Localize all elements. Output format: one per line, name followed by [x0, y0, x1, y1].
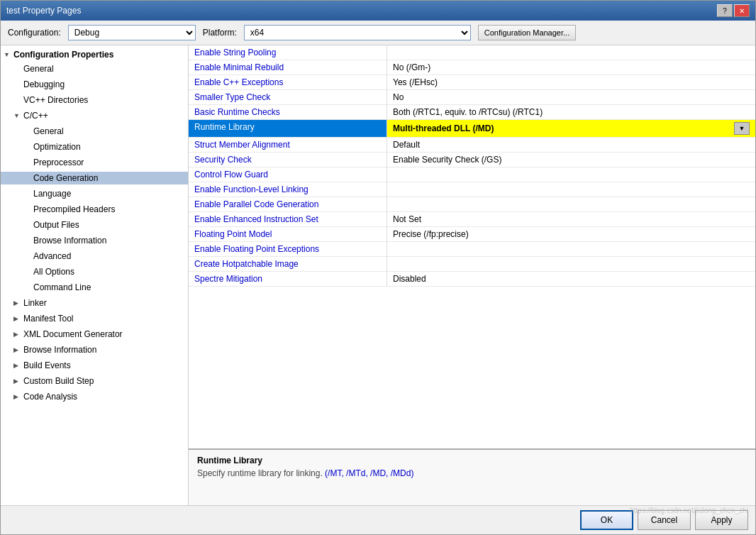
table-row[interactable]: Enable Parallel Code Generation [189, 197, 755, 212]
prop-dropdown-button[interactable]: ▼ [734, 122, 750, 135]
description-title: Runtime Library [197, 456, 747, 465]
description-highlight: (/MT, /MTd, /MD, /MDd) [325, 468, 413, 478]
prop-name: Create Hotpatchable Image [189, 257, 387, 271]
table-row[interactable]: Basic Runtime ChecksBoth (/RTC1, equiv. … [189, 105, 755, 120]
prop-value [387, 257, 755, 271]
browse-info-label: Browse Information [33, 236, 106, 246]
sidebar-item-precompiled[interactable]: Precompiled Headers [1, 202, 188, 217]
prop-value: Precise (/fp:precise) [387, 227, 755, 241]
sidebar-item-custom-build-step[interactable]: ▶Custom Build Step [1, 373, 188, 389]
table-row[interactable]: Enable C++ ExceptionsYes (/EHsc) [189, 75, 755, 90]
property-table: Enable String PoolingEnable Minimal Rebu… [189, 45, 755, 448]
sidebar-item-linker[interactable]: ▶Linker [1, 295, 188, 311]
language-label: Language [33, 189, 71, 199]
prop-value: No (/Gm-) [387, 60, 755, 75]
prop-value: Enable Security Check (/GS) [387, 153, 755, 167]
help-button[interactable]: ? [717, 4, 733, 17]
debugging-label: Debugging [23, 79, 65, 89]
title-bar-buttons: ? ✕ [717, 4, 750, 17]
code-analysis-expand-icon: ▶ [13, 393, 23, 400]
sidebar-item-xml-doc-gen[interactable]: ▶XML Document Generator [1, 326, 188, 342]
config-manager-button[interactable]: Configuration Manager... [478, 25, 576, 40]
sidebar-items: GeneralDebuggingVC++ Directories▼C/C++Ge… [1, 61, 188, 404]
prop-name: Smaller Type Check [189, 90, 387, 104]
bottom-bar: https://blog.csdn.net/jialong_chen_zhi O… [1, 505, 755, 534]
table-row[interactable]: Spectre MitigationDisabled [189, 272, 755, 287]
sidebar-item-preprocessor[interactable]: Preprocessor [1, 155, 188, 170]
prop-value: Disabled [387, 272, 755, 286]
sidebar-item-debugging[interactable]: Debugging [1, 77, 188, 92]
table-row[interactable]: Floating Point ModelPrecise (/fp:precise… [189, 227, 755, 242]
window-title: test Property Pages [6, 6, 81, 16]
prop-value: Not Set [387, 212, 755, 226]
prop-value [387, 242, 755, 256]
prop-value: No [387, 90, 755, 104]
sidebar-item-output-files[interactable]: Output Files [1, 217, 188, 233]
sidebar-item-all-options[interactable]: All Options [1, 264, 188, 280]
sidebar-item-browse-information[interactable]: ▶Browse Information [1, 342, 188, 358]
advanced-label: Advanced [33, 251, 71, 261]
table-row[interactable]: Enable Function-Level Linking [189, 182, 755, 197]
main-content: ▼ Configuration Properties GeneralDebugg… [1, 45, 755, 505]
linker-expand-icon: ▶ [13, 299, 23, 307]
sidebar-item-general[interactable]: General [1, 61, 188, 77]
description-text: Specify runtime library for linking. (/M… [197, 468, 747, 478]
table-row[interactable]: Create Hotpatchable Image [189, 257, 755, 272]
platform-select[interactable]: x64 [244, 25, 471, 40]
prop-name: Enable Parallel Code Generation [189, 197, 387, 211]
prop-value: Both (/RTC1, equiv. to /RTCsu) (/RTC1) [387, 105, 755, 119]
title-bar: test Property Pages ? ✕ [1, 1, 755, 21]
property-rows: Enable String PoolingEnable Minimal Rebu… [189, 45, 755, 287]
platform-label: Platform: [203, 28, 237, 38]
sidebar-item-code-gen[interactable]: Code Generation [1, 170, 188, 186]
table-row[interactable]: Enable String Pooling [189, 45, 755, 60]
prop-name: Floating Point Model [189, 227, 387, 241]
custom-build-step-label: Custom Build Step [23, 376, 94, 386]
c-cpp-label: C/C++ [23, 111, 48, 121]
sidebar-item-optimization[interactable]: Optimization [1, 139, 188, 155]
sidebar-item-advanced[interactable]: Advanced [1, 248, 188, 264]
xml-doc-gen-expand-icon: ▶ [13, 331, 23, 338]
sidebar-item-cc-general[interactable]: General [1, 123, 188, 139]
code-analysis-label: Code Analysis [23, 392, 77, 402]
sidebar-item-c-cpp[interactable]: ▼C/C++ [1, 108, 188, 123]
general-label: General [23, 64, 54, 74]
table-row[interactable]: Security CheckEnable Security Check (/GS… [189, 153, 755, 167]
description-panel: Runtime Library Specify runtime library … [189, 448, 755, 505]
prop-name: Security Check [189, 153, 387, 167]
sidebar-item-manifest-tool[interactable]: ▶Manifest Tool [1, 311, 188, 326]
sidebar-item-language[interactable]: Language [1, 186, 188, 202]
sidebar-item-build-events[interactable]: ▶Build Events [1, 358, 188, 373]
table-row[interactable]: Enable Floating Point Exceptions [189, 242, 755, 257]
table-row[interactable]: Smaller Type CheckNo [189, 90, 755, 105]
root-label: Configuration Properties [13, 50, 113, 60]
watermark: https://blog.csdn.net/jialong_chen_zhi [630, 507, 748, 514]
table-row[interactable]: Runtime LibraryMulti-threaded DLL (/MD)▼ [189, 120, 755, 138]
description-body: Specify runtime library for linking. [197, 468, 323, 478]
sidebar-item-vc-dirs[interactable]: VC++ Directories [1, 92, 188, 108]
root-expand-icon: ▼ [4, 51, 13, 58]
config-select[interactable]: Debug [68, 25, 196, 40]
all-options-label: All Options [33, 267, 74, 277]
command-line-label: Command Line [33, 282, 91, 292]
optimization-label: Optimization [33, 142, 81, 152]
precompiled-label: Precompiled Headers [33, 204, 115, 214]
prop-value: Yes (/EHsc) [387, 75, 755, 89]
prop-name: Spectre Mitigation [189, 272, 387, 286]
sidebar-item-browse-info[interactable]: Browse Information [1, 233, 188, 248]
close-button[interactable]: ✕ [734, 4, 750, 17]
sidebar-item-command-line[interactable]: Command Line [1, 280, 188, 295]
prop-value: Default [387, 138, 755, 152]
prop-name: Enable Enhanced Instruction Set [189, 212, 387, 226]
prop-value [387, 167, 755, 182]
custom-build-step-expand-icon: ▶ [13, 377, 23, 385]
table-row[interactable]: Enable Minimal RebuildNo (/Gm-) [189, 60, 755, 75]
table-row[interactable]: Struct Member AlignmentDefault [189, 138, 755, 153]
output-files-label: Output Files [33, 220, 79, 230]
prop-name: Enable String Pooling [189, 45, 387, 60]
prop-name: Enable C++ Exceptions [189, 75, 387, 89]
sidebar-item-code-analysis[interactable]: ▶Code Analysis [1, 389, 188, 404]
ok-button[interactable]: OK [580, 510, 633, 530]
table-row[interactable]: Enable Enhanced Instruction SetNot Set [189, 212, 755, 227]
table-row[interactable]: Control Flow Guard [189, 167, 755, 182]
